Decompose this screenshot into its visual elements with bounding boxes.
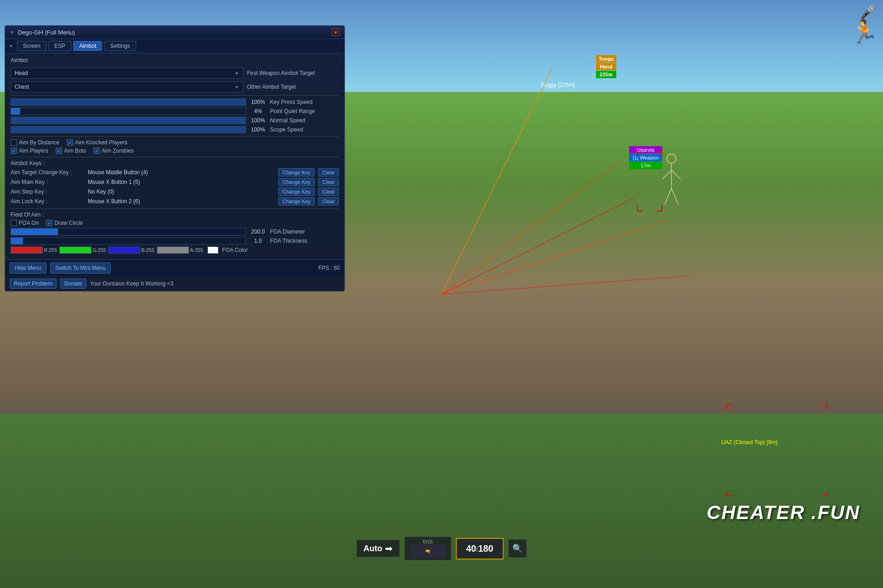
aim-by-distance-label: Aim By Distance — [19, 139, 59, 146]
foa-thickness-slider[interactable] — [11, 237, 246, 245]
color-slider-r[interactable] — [11, 246, 43, 254]
menu-title-text: Dego-GH (Full Menu) — [18, 29, 75, 36]
footer-message: Your Dontaion Keep It Working <3 — [90, 280, 173, 287]
color-channel-a: A:255 — [157, 246, 204, 254]
tab-esp[interactable]: ESP — [48, 41, 71, 51]
change-key-btn-aim-step[interactable]: Change Key — [278, 188, 315, 196]
scope-speed-label: Scope Speed — [270, 126, 339, 133]
svg-line-7 — [662, 170, 671, 179]
svg-point-5 — [667, 154, 676, 163]
donate-button[interactable]: Donate — [60, 279, 86, 289]
tab-arrow-icon: ▼ — [9, 44, 13, 49]
key-press-speed-label: Key Press Speed — [270, 99, 339, 105]
esp-tonga-dist: 225m — [596, 71, 616, 78]
sep-2 — [11, 136, 339, 137]
keybind-row-aim-step: Aim Step Key : No Key (0) Change Key Cle… — [11, 188, 339, 196]
fps-display: FPS : 60 — [318, 265, 340, 271]
draw-circle-check: ✓ — [46, 220, 52, 226]
foa-thickness-fill — [11, 238, 23, 244]
hide-menu-button[interactable]: Hide Menu — [10, 263, 46, 274]
aim-knocked-players-checkbox[interactable]: ✓ Aim Knocked Players — [67, 139, 127, 146]
red-esp-box-player — [637, 152, 662, 211]
foa-on-check — [11, 220, 17, 226]
clear-btn-aim-step[interactable]: Clear — [318, 188, 339, 196]
keybind-aim-target-value: Mouse Middle Button (4) — [88, 169, 275, 176]
change-key-btn-aim-main[interactable]: Change Key — [278, 178, 315, 186]
color-label-a: A:255 — [190, 247, 204, 253]
aim-players-label: Aim Players — [19, 148, 48, 154]
draw-circle-checkbox[interactable]: ✓ Draw Circle — [46, 220, 83, 226]
color-label-b: B:255 — [141, 247, 155, 253]
first-weapon-dropdown[interactable]: Head ▼ — [11, 68, 243, 79]
color-label-r: R:255 — [44, 247, 57, 253]
aim-zombies-checkbox[interactable]: ✓ Aim Zombies — [93, 148, 134, 154]
foa-thickness-label: FOA Thickness — [270, 238, 339, 244]
foa-diameter-label: FOA Diameter — [270, 228, 339, 235]
report-button[interactable]: Report Problem — [10, 279, 57, 289]
point-quiet-range-label: Point Quiet Range — [270, 108, 339, 114]
dropdown-row-2: Chest ▼ Other Aimbot Target — [11, 81, 339, 92]
keybind-row-aim-target-change: Aim Target Change Key : Mouse Middle But… — [11, 168, 339, 177]
hud-arrow: ➡ — [385, 543, 393, 554]
scope-speed-value: 100% — [249, 126, 267, 133]
foa-thickness-value: 1.0 — [249, 238, 267, 244]
clear-btn-aim-target[interactable]: Clear — [318, 168, 339, 177]
foa-thickness-row: 1.0 FOA Thickness — [11, 237, 339, 245]
aim-bots-label: Aim Bots — [64, 148, 86, 154]
point-quiet-range-row: 4% Point Quiet Range — [11, 108, 339, 115]
change-key-btn-aim-target[interactable]: Change Key — [278, 168, 315, 177]
color-slider-g[interactable] — [59, 246, 92, 254]
aim-by-distance-checkbox[interactable]: Aim By Distance — [11, 139, 59, 146]
menu-content: Aimbot Head ▼ First Weapon Aimbot Target… — [5, 53, 344, 259]
scope-speed-slider[interactable] — [11, 126, 246, 133]
dropdown-row-1: Head ▼ First Weapon Aimbot Target — [11, 68, 339, 79]
key-press-speed-slider[interactable] — [11, 98, 246, 106]
color-channel-r: R:255 — [11, 246, 57, 254]
svg-line-8 — [671, 170, 681, 179]
color-slider-b[interactable] — [108, 246, 140, 254]
clear-btn-aim-lock[interactable]: Clear — [318, 197, 339, 206]
change-key-btn-aim-lock[interactable]: Change Key — [278, 197, 315, 206]
mini-menu-button[interactable]: Switch To Mini Menu — [50, 263, 111, 274]
keybind-aim-step-name: Aim Step Key : — [11, 188, 84, 195]
foa-color-row: R:255 G:255 B:255 A:255 FOA Color — [11, 246, 339, 254]
normal-speed-slider[interactable] — [11, 117, 246, 124]
other-target-dropdown[interactable]: Chest ▼ — [11, 81, 243, 92]
foa-diameter-slider[interactable] — [11, 228, 246, 235]
menu-scroll[interactable]: Aimbot Head ▼ First Weapon Aimbot Target… — [5, 53, 344, 259]
cheat-menu: ▼ Dego-GH (Full Menu) × ▼ Screen ESP Aim… — [5, 25, 345, 291]
foa-on-checkbox[interactable]: FOA On — [11, 220, 39, 226]
hud-bottom: Auto ➡ 0/15 🔫 40/180 🔍 — [356, 537, 527, 560]
red-esp-box-vehicle — [727, 404, 828, 496]
aim-players-check: ✓ — [11, 148, 17, 154]
color-swatch[interactable] — [207, 246, 218, 254]
draw-circle-label: Draw Circle — [54, 220, 83, 226]
tab-settings[interactable]: Settings — [104, 41, 136, 51]
aim-zombies-label: Aim Zombies — [102, 148, 134, 154]
scope-speed-row: 100% Scope Speed — [11, 126, 339, 133]
menu-title: ▼ Dego-GH (Full Menu) — [10, 29, 75, 36]
clear-btn-aim-main[interactable]: Clear — [318, 178, 339, 186]
keybind-section-title: Aimbot Keys : — [11, 160, 339, 166]
keybind-aim-lock-name: Aim Lock Key : — [11, 198, 84, 205]
title-arrow-icon: ▼ — [10, 30, 14, 35]
foa-color-label: FOA Color — [222, 247, 248, 253]
esp-tonga-name: Tonga — [596, 55, 616, 63]
point-quiet-range-slider[interactable] — [11, 108, 246, 115]
tab-aimbot[interactable]: Aimbot — [73, 41, 102, 51]
keybind-aim-step-value: No Key (0) — [88, 188, 275, 195]
keybind-aim-main-value: Mouse X Button 1 (5) — [88, 179, 275, 185]
checkbox-row-1: Aim By Distance ✓ Aim Knocked Players — [11, 139, 339, 146]
close-button[interactable]: × — [332, 28, 340, 36]
aim-bots-checkbox[interactable]: ✓ Aim Bots — [56, 148, 86, 154]
point-quiet-range-fill — [11, 108, 20, 114]
other-target-label: Other Aimbot Target — [247, 81, 339, 92]
key-press-speed-row: 100% Key Press Speed — [11, 98, 339, 106]
aim-bots-check: ✓ — [56, 148, 62, 154]
svg-line-10 — [671, 188, 678, 205]
keybind-row-aim-lock: Aim Lock Key : Mouse X Button 2 (6) Chan… — [11, 197, 339, 206]
search-hud-btn[interactable]: 🔍 — [508, 539, 527, 558]
aim-players-checkbox[interactable]: ✓ Aim Players — [11, 148, 48, 154]
color-slider-a[interactable] — [157, 246, 189, 254]
tab-screen[interactable]: Screen — [17, 41, 46, 51]
